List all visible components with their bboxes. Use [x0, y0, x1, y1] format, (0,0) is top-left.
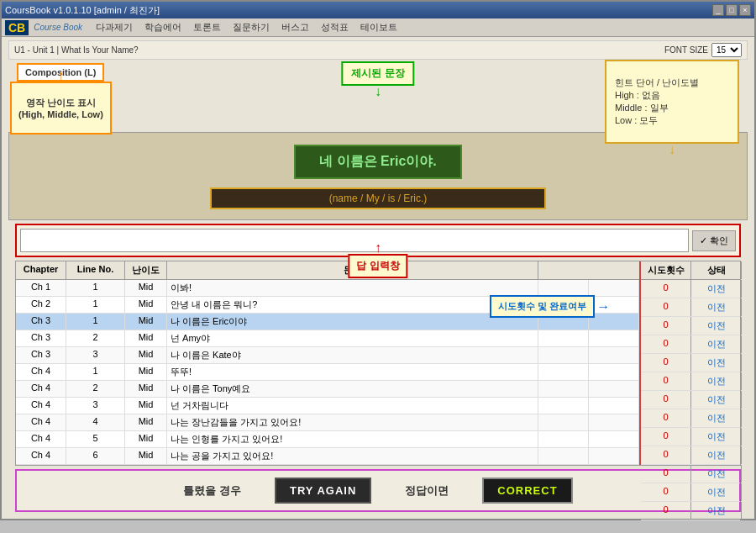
- window-controls[interactable]: _ □ ×: [712, 4, 751, 16]
- table-row[interactable]: Ch 4 4 Mid 나는 장난감들을 가지고 있어요!: [16, 414, 639, 431]
- cell-level: Mid: [125, 398, 167, 414]
- menu-item-1[interactable]: 다과제기: [91, 19, 138, 35]
- table-row[interactable]: Ch 3 2 Mid 넌 Amy야: [16, 330, 639, 347]
- title-bar: CoursBook v1.0.1.10 [admin / 최진가] _ □ ×: [2, 2, 754, 18]
- cell-status: 이전: [691, 354, 742, 372]
- cell-tries: 0: [641, 372, 691, 390]
- col-chapter: Chapter: [16, 261, 66, 279]
- menu-item-3[interactable]: 토론트: [188, 19, 226, 35]
- cell-sentence: 넌 Amy야: [167, 330, 538, 346]
- cell-chapter: Ch 4: [16, 414, 66, 430]
- logo-cb: CB: [8, 21, 25, 34]
- cell-level: Mid: [125, 280, 167, 296]
- cell-chapter: Ch 4: [16, 398, 66, 414]
- menu-bar: CB Course Book 다과제기 학습에어 토론트 질문하기 버스고 성적…: [2, 18, 754, 37]
- cell-chapter: Ch 1: [16, 280, 66, 296]
- cell-tries: 0: [641, 465, 691, 483]
- cell-chapter: Ch 3: [16, 314, 66, 330]
- cell-status: 이전: [691, 298, 742, 316]
- cell-tries-empty: [538, 347, 589, 363]
- table-row[interactable]: Ch 1 1 Mid 이봐!: [16, 280, 639, 297]
- cell-chapter: Ch 3: [16, 330, 66, 346]
- cell-level: Mid: [125, 381, 167, 397]
- cell-level: Mid: [125, 431, 167, 447]
- maximize-btn[interactable]: □: [726, 4, 738, 16]
- cell-sentence: 나 이름은 Kate야: [167, 347, 538, 363]
- table-row[interactable]: Ch 4 5 Mid 나는 인형를 가지고 있어요!: [16, 431, 639, 448]
- menu-item-2[interactable]: 학습에어: [139, 19, 186, 35]
- cell-tries: 0: [641, 280, 691, 298]
- right-row: 0 이전: [641, 502, 740, 520]
- table-row[interactable]: Ch 3 3 Mid 나 이름은 Kate야: [16, 347, 639, 364]
- bottom-bar: 틀렸을 경우 TRY AGAIN 정답이면 CORRECT: [15, 469, 741, 512]
- difficulty-annotation: 영작 난이도 표시 (High, Middle, Low) ↑: [10, 82, 112, 135]
- cell-tries-empty: [538, 398, 589, 414]
- right-row: 0 이전: [641, 465, 740, 483]
- cell-status-empty: [589, 398, 639, 414]
- right-row: 0 이전: [641, 483, 740, 502]
- table-header: Chapter Line No. 난이도 문장: [16, 261, 639, 280]
- cell-status: 이전: [691, 465, 742, 483]
- cell-tries: 0: [641, 317, 691, 335]
- breadcrumb: U1 - Unit 1 | What Is Your Name? FONT SI…: [8, 40, 748, 60]
- cell-status-empty: [589, 381, 639, 397]
- cell-tries-empty: [538, 330, 589, 346]
- input-annotation: 답 입력창 ↑: [348, 254, 407, 278]
- cell-status-empty: [589, 414, 639, 430]
- menu-item-5[interactable]: 버스고: [276, 19, 314, 35]
- cell-status: 이전: [691, 335, 742, 353]
- cell-line: 3: [66, 347, 125, 363]
- table-row[interactable]: Ch 4 3 Mid 넌 거차림니다: [16, 398, 639, 414]
- cell-line: 2: [66, 381, 125, 397]
- cell-status: 이전: [691, 280, 742, 298]
- col-lineno: Line No.: [66, 261, 125, 279]
- right-panel-header: 시도횟수 상태: [641, 261, 740, 280]
- menu-item-6[interactable]: 성적표: [316, 19, 354, 35]
- cell-sentence: 이봐!: [167, 280, 538, 296]
- table-row[interactable]: Ch 4 2 Mid 나 이름은 Tony예요: [16, 381, 639, 398]
- cell-sentence: 안녕 내 이름은 뭐니?: [167, 297, 538, 313]
- cell-status-empty: [589, 448, 639, 464]
- app-logo: CB: [5, 20, 29, 35]
- cell-status-empty: [589, 330, 639, 346]
- close-btn[interactable]: ×: [739, 4, 751, 16]
- answer-input[interactable]: [20, 229, 689, 252]
- right-row: 0 이전: [641, 280, 740, 298]
- correct-button[interactable]: CORRECT: [482, 478, 572, 504]
- right-row: 0 이전: [641, 335, 740, 354]
- font-size-select[interactable]: 1512141618: [711, 43, 742, 57]
- cell-line: 1: [66, 280, 125, 296]
- table-row[interactable]: Ch 4 1 Mid 뚜뚜!: [16, 364, 639, 381]
- sentence-annotation: 제시된 문장 ↓: [341, 61, 414, 86]
- right-row: 0 이전: [641, 409, 740, 428]
- cell-status: 이전: [691, 372, 742, 390]
- cell-tries: 0: [641, 502, 691, 520]
- cell-sentence: 나 이름은 Eric이야: [167, 314, 538, 330]
- app-name: Course Book: [34, 23, 82, 32]
- cell-tries: 0: [641, 483, 691, 501]
- cell-sentence: 나는 인형를 가지고 있어요!: [167, 431, 538, 447]
- cell-tries: 0: [641, 391, 691, 409]
- cell-sentence: 나는 공을 가지고 있어요!: [167, 448, 538, 464]
- cell-status-empty: [589, 280, 639, 296]
- cell-tries-empty: [538, 431, 589, 447]
- cell-status: 이전: [691, 502, 742, 520]
- cell-sentence: 넌 거차림니다: [167, 398, 538, 414]
- cell-status-empty: [589, 431, 639, 447]
- menu-item-7[interactable]: 테이보트: [355, 19, 402, 35]
- confirm-button[interactable]: ✓ 확인: [692, 230, 736, 251]
- minimize-btn[interactable]: _: [712, 4, 724, 16]
- cell-status: 이전: [691, 391, 742, 409]
- cell-chapter: Ch 3: [16, 347, 66, 363]
- cell-line: 1: [66, 314, 125, 330]
- try-again-button[interactable]: TRY AGAIN: [275, 478, 371, 504]
- cell-status-empty: [589, 347, 639, 363]
- menu-item-4[interactable]: 질문하기: [228, 19, 275, 35]
- cell-tries: 0: [641, 409, 691, 427]
- cell-status: 이전: [691, 446, 742, 464]
- table-row[interactable]: Ch 4 6 Mid 나는 공을 가지고 있어요!: [16, 448, 639, 465]
- right-row: 0 이전: [641, 298, 740, 317]
- cell-chapter: Ch 2: [16, 297, 66, 313]
- tries-annotation: 시도횟수 및 완료여부 →: [490, 295, 595, 318]
- right-col-status: 상태: [691, 261, 742, 279]
